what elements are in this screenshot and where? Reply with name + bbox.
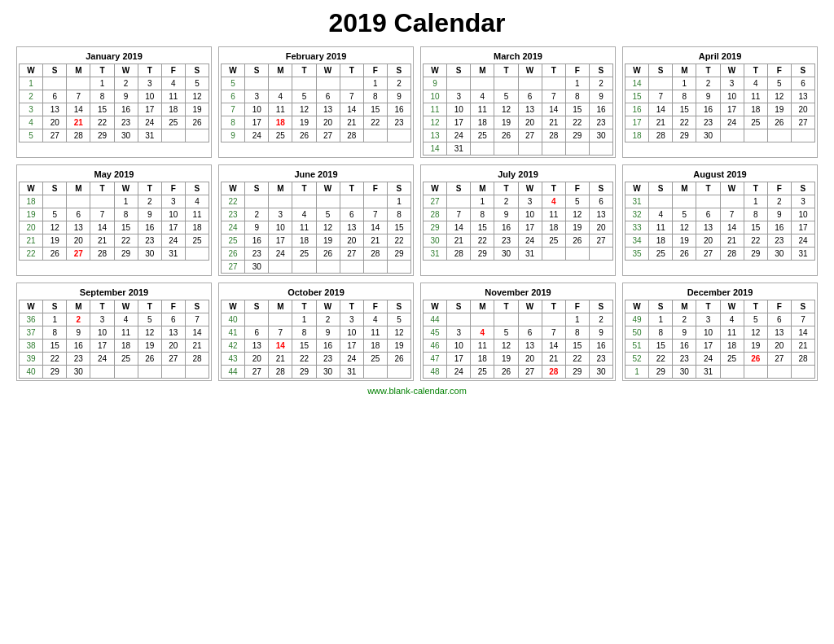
cell-r2-c3: 16 xyxy=(494,221,518,234)
month-header: April 2019 xyxy=(626,49,815,64)
cell-r4-c7 xyxy=(791,366,814,379)
cell-r3-c3: 19 xyxy=(292,116,316,129)
cell-r0-c2 xyxy=(67,195,90,208)
cell-r0-c4: 4 xyxy=(114,313,138,326)
cell-r1-c3: 4 xyxy=(292,208,316,221)
cell-r5-c3 xyxy=(292,261,316,274)
day-header-s-1: S xyxy=(245,64,269,77)
cell-r4-c7: 31 xyxy=(791,248,814,261)
day-header-m-2: M xyxy=(471,64,494,77)
cell-r2-c4: 16 xyxy=(316,340,340,353)
cell-r1-c6: 13 xyxy=(161,326,185,340)
cell-r2-c5: 17 xyxy=(340,340,363,353)
cell-r0-c5 xyxy=(542,313,565,326)
cell-r1-c2: 9 xyxy=(67,326,90,340)
day-header-t-5: T xyxy=(138,300,161,313)
cell-r1-c4: 10 xyxy=(518,208,542,221)
cell-r2-c2: 12 xyxy=(673,221,696,234)
cell-r0-c2 xyxy=(673,195,696,208)
day-header-w-4: W xyxy=(720,300,744,313)
day-header-w-0: W xyxy=(424,64,447,77)
cell-r4-c6 xyxy=(363,129,387,142)
month-header: August 2019 xyxy=(626,167,815,182)
cell-r4-c5 xyxy=(744,366,767,379)
cell-r4-c7 xyxy=(791,129,814,142)
cell-r0-c7: 5 xyxy=(185,77,208,90)
cell-r2-c2: 11 xyxy=(471,103,494,116)
cell-r0-c1 xyxy=(447,313,471,326)
cell-r1-c3: 10 xyxy=(90,326,114,340)
cell-r3-c5: 21 xyxy=(542,353,565,366)
cell-r0-c2: 2 xyxy=(67,313,90,326)
cell-r0-c0: 44 xyxy=(424,313,447,326)
cell-r0-c0: 31 xyxy=(626,195,649,208)
cell-r3-c0: 4 xyxy=(20,116,43,129)
cell-r4-c2: 27 xyxy=(67,248,90,261)
day-header-m-2: M xyxy=(67,182,90,195)
cell-r3-c5: 21 xyxy=(542,116,565,129)
cell-r3-c4: 20 xyxy=(518,353,542,366)
cell-r2-c5: 19 xyxy=(744,340,767,353)
calendars-grid: January 2019WSMTWTFS11234526789101112313… xyxy=(16,46,818,381)
cell-r2-c4: 13 xyxy=(316,103,340,116)
day-header-t-3: T xyxy=(696,300,720,313)
cell-r0-c5: 4 xyxy=(542,195,565,208)
cell-r1-c1: 8 xyxy=(649,326,673,340)
cell-r2-c4: 14 xyxy=(720,221,744,234)
cell-r0-c3 xyxy=(292,77,316,90)
cell-r0-c6 xyxy=(363,195,387,208)
cell-r3-c7: 23 xyxy=(589,353,612,366)
cell-r0-c5: 5 xyxy=(744,313,767,326)
cell-r2-c2: 16 xyxy=(673,340,696,353)
cell-r0-c4: 2 xyxy=(316,313,340,326)
cell-r1-c2: 9 xyxy=(673,326,696,340)
day-header-w-0: W xyxy=(626,182,649,195)
cell-r4-c0: 1 xyxy=(626,366,649,379)
cell-r3-c0: 39 xyxy=(20,353,43,366)
cell-r5-c1: 30 xyxy=(245,261,269,274)
cell-r2-c4: 17 xyxy=(518,221,542,234)
cell-r4-c1: 24 xyxy=(447,129,471,142)
cell-r4-c5: 29 xyxy=(744,248,767,261)
day-header-m-2: M xyxy=(269,64,292,77)
cell-r2-c0: 11 xyxy=(424,103,447,116)
cell-r1-c5: 12 xyxy=(138,326,161,340)
cell-r1-c0: 23 xyxy=(222,208,245,221)
cell-r3-c0: 12 xyxy=(424,116,447,129)
day-header-w-4: W xyxy=(518,300,542,313)
cell-r4-c7 xyxy=(589,248,612,261)
cell-r1-c5: 7 xyxy=(340,90,363,103)
month-header: May 2019 xyxy=(20,167,209,182)
cell-r1-c3: 9 xyxy=(696,90,720,103)
cell-r2-c4: 18 xyxy=(114,340,138,353)
cell-r4-c1: 27 xyxy=(43,129,67,142)
cell-r3-c0: 21 xyxy=(20,234,43,248)
day-header-w-4: W xyxy=(114,64,138,77)
cell-r4-c4: 29 xyxy=(114,248,138,261)
cell-r1-c4: 9 xyxy=(114,90,138,103)
cell-r2-c4: 13 xyxy=(518,103,542,116)
day-header-s-7: S xyxy=(185,182,208,195)
cell-r3-c4: 23 xyxy=(114,116,138,129)
cell-r4-c4: 27 xyxy=(316,129,340,142)
month-header: September 2019 xyxy=(20,285,209,300)
day-header-w-0: W xyxy=(626,300,649,313)
cell-r0-c5: 5 xyxy=(138,313,161,326)
cell-r2-c2: 14 xyxy=(67,103,90,116)
cell-r1-c6: 9 xyxy=(767,208,791,221)
day-header-f-6: F xyxy=(565,182,589,195)
day-header-s-7: S xyxy=(589,64,612,77)
cell-r2-c7: 18 xyxy=(185,221,208,234)
cell-r4-c3: 29 xyxy=(292,366,316,379)
day-header-t-5: T xyxy=(542,64,565,77)
cell-r3-c7: 27 xyxy=(589,234,612,248)
day-header-t-3: T xyxy=(494,300,518,313)
cell-r3-c3: 19 xyxy=(494,116,518,129)
cell-r2-c5: 19 xyxy=(138,340,161,353)
cell-r1-c3: 6 xyxy=(696,208,720,221)
cell-r3-c0: 34 xyxy=(626,234,649,248)
day-header-s-1: S xyxy=(447,182,471,195)
cell-r4-c1: 26 xyxy=(43,248,67,261)
cell-r2-c5: 17 xyxy=(138,103,161,116)
day-header-w-4: W xyxy=(720,182,744,195)
